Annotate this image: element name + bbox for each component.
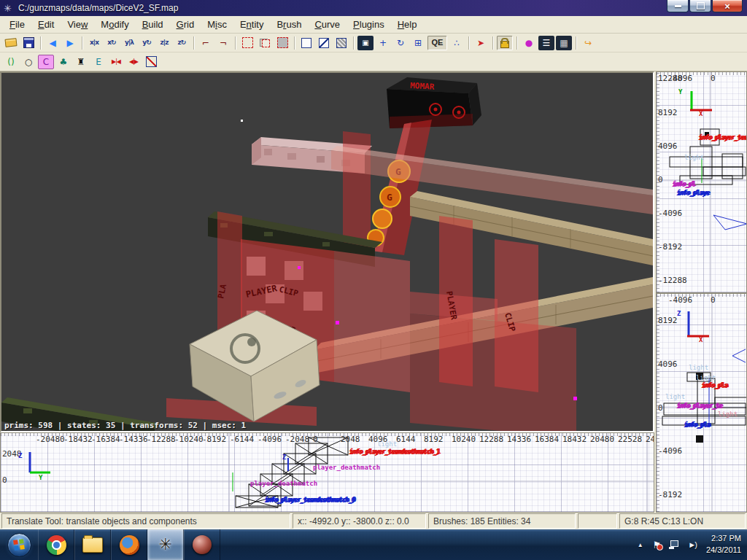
grid-ruler-label: 2048 [341,435,360,444]
menu-item[interactable]: Brush [270,18,308,31]
texture-view-icon[interactable]: ▦ [556,36,572,50]
entity-label: player_deathmatch [313,464,380,471]
tb-separator [573,36,579,50]
entity-drop-icon[interactable]: E [90,55,107,69]
entity-list-icon[interactable]: ● [521,36,537,50]
menu-item[interactable]: Build [136,18,170,31]
plugin-toolbar: ()○C♣♜E▶|◀◀|▶ [0,52,747,71]
menu-label-pre: B [276,19,283,30]
select-inside-icon[interactable] [274,36,290,50]
end-cap-icon[interactable]: ◀|▶ [125,55,142,69]
menu-item[interactable]: Curve [308,18,347,31]
menu-item[interactable]: Grid [170,18,201,31]
entity-label: Z [18,452,22,459]
icon-glyph: ▶|◀ [112,59,120,65]
menu-item[interactable]: Edit [31,18,61,31]
rotate-mode-icon[interactable]: ↻ [392,36,409,50]
menu-item[interactable]: Modify [94,18,135,31]
network-icon[interactable] [669,540,679,549]
console-icon[interactable]: ☰ [538,36,554,50]
icon-glyph: ◀ [49,39,55,47]
rotate-z-icon[interactable]: z↻ [174,36,190,50]
svg-text:G: G [387,192,392,203]
action-center-icon[interactable]: ⚑ [653,540,662,551]
polygon-icon[interactable]: ○ [20,55,36,69]
icon-glyph: () [7,58,14,66]
volume-icon[interactable]: ►) [688,540,696,549]
nav-back-icon[interactable]: ◀ [44,36,61,50]
cube-texture-icon[interactable] [333,36,349,50]
maximize-button[interactable] [689,0,711,12]
model-refresh-icon[interactable]: () [3,55,19,69]
cap-icon[interactable]: ▶|◀ [108,55,124,69]
svg-text:MOMAR: MOMAR [410,81,435,92]
select-partial-icon[interactable] [257,36,273,50]
taskbar-explorer-button[interactable] [74,529,111,560]
entity-label: info_player_teamdeathmatch_0 [265,496,355,503]
taskbar-firefox-button[interactable] [111,529,147,560]
view-change-icon[interactable]: ▣ [357,36,374,50]
menu-item[interactable]: File [3,18,31,31]
start-button[interactable] [0,529,38,560]
brush-rotate-icon[interactable]: ¬ [215,36,231,50]
menu-label-key: w [81,19,88,30]
foliage-icon[interactable]: ♣ [55,55,71,69]
titlebar[interactable]: ✳ C:/gunzmaps/data/maps/DiceV2_SF.map × [0,0,747,16]
train-icon[interactable]: ♜ [73,55,89,69]
icon-glyph: ○ [25,58,32,66]
qe-tool-button[interactable]: QE [427,36,447,50]
entity-label: Y [678,88,682,96]
vertex-mode-icon[interactable]: ∴ [449,36,465,50]
flip-z-icon[interactable]: z|z [156,36,172,50]
open-icon[interactable] [3,36,19,50]
redo-icon[interactable]: ↪ [580,36,596,50]
clipper-icon[interactable]: ➤ [473,36,489,50]
windows-logo-icon [13,539,26,551]
select-touching-icon[interactable] [239,36,255,50]
flip-x-icon[interactable]: x|x [86,36,102,50]
taskbar-chrome-button[interactable] [38,529,74,560]
icon-glyph: + [379,39,387,47]
grid-ruler-label: -20480 [36,435,65,444]
taskbar-game-button[interactable] [184,529,220,560]
grid-scale-label: 8192 [658,316,678,325]
nodraw-icon[interactable] [143,55,159,69]
grid-view-xy[interactable]: -40960 12288819240960-4096-8192-12288 YX… [656,71,747,293]
menu-item[interactable]: Plugins [347,18,391,31]
close-button[interactable]: × [712,0,743,12]
menu-item[interactable]: View [61,18,94,31]
grid-ruler-label: 14336 [507,435,531,444]
menu-item[interactable]: Entity [233,18,271,31]
nav-forward-icon[interactable]: ▶ [62,36,78,50]
grid-ruler-label: 24576 [646,435,654,444]
menu-item[interactable]: Misc [201,18,233,31]
rotate-x-icon[interactable]: x↻ [104,36,120,50]
save-icon[interactable] [20,36,36,50]
menu-label-pre: Vie [67,19,81,30]
scale-mode-icon[interactable]: ⊞ [410,36,426,50]
texture-lock-icon[interactable] [497,36,513,50]
tray-expand-icon[interactable]: ▲ [638,542,643,548]
grid-view-xz[interactable]: -40960 819240960-4096-8192 ZXlightlighti… [656,293,747,513]
status-grid-settings: G:8 R:45 C:13 L:ON [619,513,746,529]
rotate-y-icon[interactable]: y↻ [139,36,155,50]
brush-flip-icon[interactable]: ⌐ [198,36,214,50]
camera-3d-viewport[interactable]: MOMAR G G [0,71,654,432]
curve-tool-icon[interactable]: C [38,55,54,69]
icon-glyph: y|λ [125,39,133,46]
cube2-icon[interactable] [316,36,332,50]
menu-item[interactable]: Help [391,18,424,31]
cube-icon[interactable] [298,36,314,50]
menu-label-key: P [353,19,360,30]
camera-marker [732,349,746,362]
taskbar-radiant-button[interactable]: ✳ [147,529,184,560]
flip-y-icon[interactable]: y|λ [121,36,137,50]
menu-label-post: lugins [360,19,384,30]
taskbar-clock[interactable]: 2:37 PM 24/3/2011 [706,533,741,556]
grid-ruler-label: -4096 [258,435,282,444]
grid-view-yz[interactable]: -20480-18432-16384-14336-12288-10240-819… [0,432,654,513]
menu-label-pre: E [240,19,247,30]
app-radiant-icon: ✳ [4,4,15,13]
minimize-button[interactable] [667,0,689,12]
translate-mode-icon[interactable]: + [375,36,391,50]
